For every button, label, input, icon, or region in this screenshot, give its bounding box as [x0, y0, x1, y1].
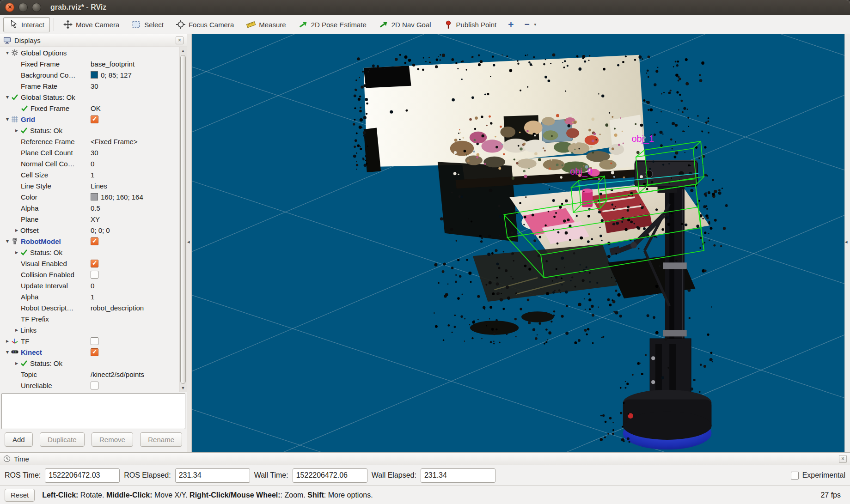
right-panel-handle[interactable]: ◂ [844, 34, 850, 452]
tree-row-links[interactable]: ▸Links [0, 324, 179, 335]
tool-measure[interactable]: Measure [241, 17, 291, 32]
tree-row-value[interactable]: 0 [91, 282, 94, 290]
tree-row-collision-enabled[interactable]: Collision Enabled [0, 269, 179, 280]
kinect-checkbox[interactable] [91, 348, 98, 356]
ros-time-input[interactable] [45, 468, 120, 483]
expander-open-icon[interactable]: ▾ [4, 94, 11, 100]
add-tool-button[interactable]: + [503, 17, 518, 32]
reset-button[interactable]: Reset [5, 489, 35, 502]
tree-row-line-style[interactable]: Line StyleLines [0, 180, 179, 191]
tree-row-fixed-frame[interactable]: Fixed FrameOK [0, 103, 179, 114]
expander-closed-icon[interactable]: ▸ [13, 360, 20, 366]
tree-row-plane-cell-count[interactable]: Plane Cell Count30 [0, 147, 179, 158]
window-close-button[interactable]: × [5, 3, 14, 12]
expander-open-icon[interactable]: ▾ [4, 116, 11, 122]
color-swatch[interactable] [91, 71, 98, 79]
tree-row-status-ok[interactable]: ▸Status: Ok [0, 247, 179, 258]
remove-tool-button[interactable]: −▾ [520, 17, 541, 32]
scrollbar-thumb[interactable] [180, 55, 186, 384]
tool-2d-nav-goal[interactable]: 2D Nav Goal [373, 17, 437, 32]
tree-row-value[interactable]: 0; 0; 0 [91, 226, 110, 234]
tool-focus-camera[interactable]: Focus Camera [171, 17, 239, 32]
displays-scrollbar[interactable]: ▲ ▼ [179, 47, 187, 392]
time-panel-header[interactable]: Time × [0, 453, 850, 465]
tree-row-plane[interactable]: PlaneXY [0, 213, 179, 225]
collision-enabled-checkbox[interactable] [91, 271, 98, 279]
tree-row-value[interactable]: 160; 160; 164 [101, 193, 143, 201]
experimental-checkbox[interactable] [791, 472, 799, 480]
tree-row-value[interactable]: OK [91, 104, 101, 112]
tree-row-normal-cell-co[interactable]: Normal Cell Co…0 [0, 158, 179, 169]
tree-row-value[interactable]: 0.5 [91, 204, 100, 212]
experimental-toggle[interactable]: Experimental [791, 471, 845, 480]
tool-select[interactable]: Select [126, 17, 169, 32]
3d-viewport[interactable]: obj_0 obj_1 [192, 34, 844, 452]
titlebar[interactable]: × grab.rviz* - RViz [0, 0, 850, 15]
tree-row-value[interactable]: /kinect2/sd/points [91, 370, 144, 378]
tree-row-value[interactable]: base_footprint [91, 60, 135, 68]
tree-row-tf[interactable]: ▸TF [0, 335, 179, 346]
tree-row-status-ok[interactable]: ▸Status: Ok [0, 358, 179, 369]
collapse-right-panel-icon[interactable]: ◂ [845, 239, 848, 245]
tree-row-value[interactable]: XY [91, 215, 100, 223]
tree-row-robot-descript[interactable]: Robot Descript…robot_description [0, 302, 179, 313]
grid-checkbox[interactable] [91, 115, 98, 123]
window-minimize-button[interactable] [18, 3, 28, 12]
expander-open-icon[interactable]: ▾ [4, 49, 11, 56]
3d-scene[interactable]: obj_0 obj_1 [192, 34, 844, 452]
tree-row-tf-prefix[interactable]: TF Prefix [0, 313, 179, 324]
panel-splitter[interactable]: ◂ [187, 34, 192, 452]
unreliable-checkbox[interactable] [91, 382, 98, 389]
tree-row-value[interactable]: robot_description [91, 304, 144, 312]
tree-row-global-options[interactable]: ▾Global Options [0, 47, 179, 58]
tree-row-value[interactable]: <Fixed Frame> [91, 138, 138, 146]
expander-closed-icon[interactable]: ▸ [13, 327, 20, 333]
expander-open-icon[interactable]: ▾ [4, 349, 11, 355]
tree-row-offset[interactable]: ▸Offset0; 0; 0 [0, 225, 179, 236]
scrollbar-down-button[interactable]: ▼ [179, 384, 187, 392]
tree-row-value[interactable]: 1 [91, 171, 94, 179]
tree-row-status-ok[interactable]: ▸Status: Ok [0, 125, 179, 136]
visual-enabled-checkbox[interactable] [91, 260, 98, 267]
tree-row-background-co[interactable]: Background Co…0; 85; 127 [0, 69, 179, 80]
tree-row-value[interactable]: 0 [91, 160, 94, 168]
tree-row-value[interactable]: 30 [91, 82, 98, 90]
tree-row-alpha[interactable]: Alpha1 [0, 291, 179, 302]
tree-row-visual-enabled[interactable]: Visual Enabled [0, 258, 179, 269]
scrollbar-up-button[interactable]: ▲ [179, 47, 187, 55]
tree-row-topic[interactable]: Topic/kinect2/sd/points [0, 369, 179, 380]
tree-row-value[interactable]: 0; 85; 127 [101, 71, 132, 79]
collapse-left-panel-icon[interactable]: ◂ [187, 239, 190, 245]
tool-publish-point[interactable]: Publish Point [438, 17, 502, 32]
tool-interact[interactable]: Interact [3, 17, 50, 32]
expander-closed-icon[interactable]: ▸ [13, 249, 20, 255]
tree-row-value[interactable]: 1 [91, 293, 94, 301]
duplicate-button[interactable]: Duplicate [40, 432, 85, 447]
expander-closed-icon[interactable]: ▸ [13, 127, 20, 134]
time-close-button[interactable]: × [839, 455, 847, 463]
tree-row-unreliable[interactable]: Unreliable [0, 380, 179, 391]
wall-time-input[interactable] [293, 468, 367, 483]
tree-row-frame-rate[interactable]: Frame Rate30 [0, 80, 179, 91]
expander-closed-icon[interactable]: ▸ [13, 227, 20, 233]
wall-elapsed-input[interactable] [421, 468, 495, 483]
expander-closed-icon[interactable]: ▸ [4, 338, 11, 344]
tree-row-item[interactable] [0, 391, 179, 392]
tree-row-update-interval[interactable]: Update Interval0 [0, 280, 179, 291]
rename-button[interactable]: Rename [140, 432, 182, 447]
tree-row-robotmodel[interactable]: ▾RobotModel [0, 236, 179, 247]
window-maximize-button[interactable] [32, 3, 41, 12]
displays-close-button[interactable]: × [176, 36, 183, 44]
tree-row-cell-size[interactable]: Cell Size1 [0, 169, 179, 180]
tree-row-value[interactable]: 30 [91, 149, 98, 157]
color-swatch[interactable] [91, 193, 98, 200]
displays-panel-header[interactable]: Displays × [0, 34, 187, 47]
tf-checkbox[interactable] [91, 337, 98, 345]
tree-row-value[interactable]: Lines [91, 182, 107, 190]
tree-row-reference-frame[interactable]: Reference Frame<Fixed Frame> [0, 136, 179, 147]
tree-row-grid[interactable]: ▾Grid [0, 114, 179, 125]
tool-2d-pose-estimate[interactable]: 2D Pose Estimate [293, 17, 372, 32]
expander-open-icon[interactable]: ▾ [4, 238, 11, 244]
robotmodel-checkbox[interactable] [91, 237, 98, 245]
tool-move-camera[interactable]: Move Camera [58, 17, 125, 32]
